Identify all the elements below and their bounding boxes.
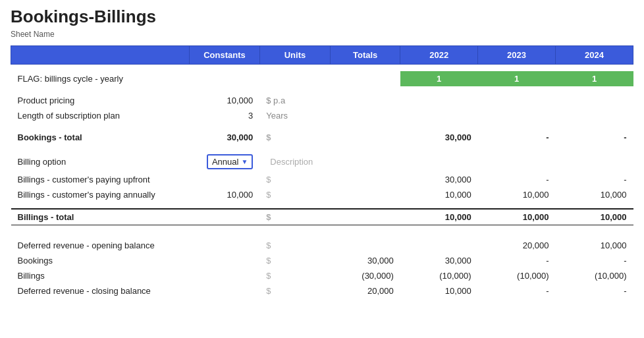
bookings-deferred-2023: - [478,253,556,268]
billings-upfront-constant-empty [190,172,260,187]
bookings-deferred-unit: $ [259,253,330,268]
deferred-closing-label: Deferred revenue - closing balance [11,283,190,298]
bookings-deferred-totals: 30,000 [331,253,400,268]
deferred-closing-row: Deferred revenue - closing balance $ 20,… [11,283,633,298]
billings-total-row: Billings - total $ 10,000 10,000 10,000 [11,209,633,225]
bookings-total-unit: $ [259,130,330,145]
bookings-deferred-2024: - [556,253,633,268]
billings-deferred-totals: (30,000) [331,268,400,283]
flag-label: FLAG: billings cycle - yearly [11,71,190,86]
billings-total-2022: 10,000 [400,209,478,225]
header-constants: Constants [190,46,260,65]
deferred-closing-2022: 10,000 [400,283,478,298]
subscription-2022-empty [400,108,478,123]
product-pricing-2022-empty [400,93,478,108]
billings-annually-2022: 10,000 [400,187,478,202]
bookings-total-2024: - [556,130,633,145]
dropdown-value: Annual [212,157,238,167]
product-pricing-row: Product pricing 10,000 $ p.a [11,93,633,108]
billings-deferred-2022: (10,000) [400,268,478,283]
billings-total-unit: $ [259,209,330,225]
bookings-deferred-row: Bookings $ 30,000 30,000 - - [11,253,633,268]
product-pricing-2023-empty [478,93,556,108]
billing-option-2022-empty [400,152,478,172]
header-units: Units [259,46,330,65]
deferred-closing-constant-empty [190,283,260,298]
header-2022: 2022 [400,46,478,65]
flag-totals-empty [331,71,400,86]
spacer-5 [11,202,633,209]
billings-upfront-unit: $ [259,172,330,187]
bookings-total-2023: - [478,130,556,145]
billings-deferred-unit: $ [259,268,330,283]
billings-deferred-2023: (10,000) [478,268,556,283]
deferred-closing-2023: - [478,283,556,298]
header-label-col [11,46,190,65]
billing-option-label: Billing option [11,152,190,172]
product-pricing-unit: $ p.a [259,93,330,108]
spacer-1 [11,65,633,71]
product-pricing-totals-empty [331,93,400,108]
billing-option-dropdown[interactable]: Annual ▼ [207,154,253,169]
spacer-2 [11,86,633,93]
deferred-opening-totals-empty [331,238,400,253]
billings-annually-row: Billings - customer's paying annually 10… [11,187,633,202]
page-title: Bookings-Billings [11,7,633,27]
deferred-opening-2022 [400,238,478,253]
billings-total-2023: 10,000 [478,209,556,225]
billings-total-2024: 10,000 [556,209,633,225]
deferred-opening-unit: $ [259,238,330,253]
flag-row: FLAG: billings cycle - yearly 1 1 1 [11,71,633,86]
billings-total-totals-empty [331,209,400,225]
spacer-6 [11,225,633,231]
subscription-unit: Years [259,108,330,123]
product-pricing-constant: 10,000 [190,93,260,108]
spreadsheet: Constants Units Totals 2022 2023 2024 FL… [11,45,633,298]
billings-upfront-totals-empty [331,172,400,187]
billings-deferred-label: Billings [11,268,190,283]
bookings-total-label: Bookings - total [11,130,190,145]
bookings-total-totals-empty [331,130,400,145]
billings-total-label: Billings - total [11,209,190,225]
deferred-opening-2023: 20,000 [478,238,556,253]
bookings-total-constant: 30,000 [190,130,260,145]
billings-annually-totals-empty [331,187,400,202]
billings-upfront-label: Billings - customer's paying upfront [11,172,190,187]
billings-upfront-2023: - [478,172,556,187]
header-row: Constants Units Totals 2022 2023 2024 [11,46,633,65]
description-placeholder: Description [270,157,313,167]
billing-option-2023-empty [478,152,556,172]
subscription-constant: 3 [190,108,260,123]
billings-annually-2024: 10,000 [556,187,633,202]
header-2024: 2024 [556,46,633,65]
subscription-label: Length of subscription plan [11,108,190,123]
bookings-deferred-2022: 30,000 [400,253,478,268]
billing-option-dropdown-cell: Annual ▼ [190,152,260,172]
bookings-deferred-label: Bookings [11,253,190,268]
billings-upfront-row: Billings - customer's paying upfront $ 3… [11,172,633,187]
subscription-2024-empty [556,108,633,123]
deferred-closing-unit: $ [259,283,330,298]
sheet-name: Sheet Name [11,30,633,39]
billing-option-desc: Description [259,152,330,172]
bookings-total-row: Bookings - total 30,000 $ 30,000 - - [11,130,633,145]
billings-annually-unit: $ [259,187,330,202]
flag-2023: 1 [478,71,556,86]
product-pricing-label: Product pricing [11,93,190,108]
deferred-closing-2024: - [556,283,633,298]
bookings-deferred-constant-empty [190,253,260,268]
dropdown-arrow-icon: ▼ [241,158,248,165]
billings-total-constant-empty [190,209,260,225]
bookings-total-2022: 30,000 [400,130,478,145]
spacer-7 [11,231,633,238]
billing-option-row: Billing option Annual ▼ Description [11,152,633,172]
billings-upfront-2024: - [556,172,633,187]
page-container: Bookings-Billings Sheet Name Constants U… [0,0,644,305]
billings-upfront-2022: 30,000 [400,172,478,187]
product-pricing-2024-empty [556,93,633,108]
billings-annually-label: Billings - customer's paying annually [11,187,190,202]
deferred-opening-constant-empty [190,238,260,253]
billings-deferred-row: Billings $ (30,000) (10,000) (10,000) (1… [11,268,633,283]
billings-annually-constant: 10,000 [190,187,260,202]
header-2023: 2023 [478,46,556,65]
